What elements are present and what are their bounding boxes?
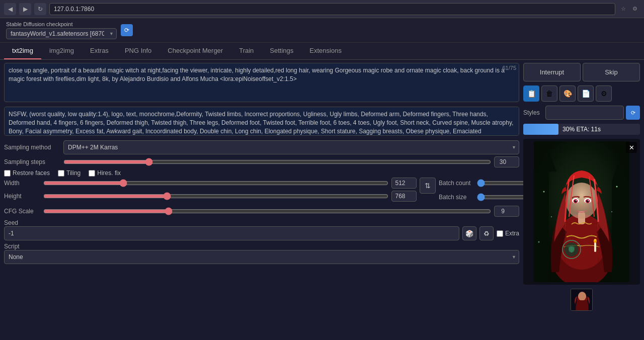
skip-button[interactable]: Skip bbox=[583, 63, 640, 81]
width-input[interactable]: 512 bbox=[391, 178, 417, 189]
svg-point-31 bbox=[578, 292, 586, 301]
checkpoint-select[interactable]: fantasyWorld_v1.safetensors [6870d20fac] bbox=[6, 28, 117, 39]
cfg-scale-label: CFG Scale bbox=[4, 208, 39, 215]
progress-bar-fill bbox=[523, 124, 558, 135]
tabs-bar: txt2img img2img Extras PNG Info Checkpoi… bbox=[0, 43, 644, 60]
bookmark-button[interactable]: ☆ bbox=[618, 4, 628, 14]
dimension-controls: Width 512 Height bbox=[4, 178, 519, 206]
hires-fix-checkbox[interactable] bbox=[89, 170, 95, 177]
batch-count-label: Batch count bbox=[439, 180, 474, 187]
svg-rect-3 bbox=[612, 182, 629, 282]
checkpoint-select-wrapper: fantasyWorld_v1.safetensors [6870d20fac] bbox=[6, 28, 117, 39]
batch-controls: Batch count 1 Batch size 1 bbox=[439, 178, 519, 206]
sampling-steps-slider[interactable] bbox=[63, 158, 491, 166]
svg-point-8 bbox=[551, 216, 552, 217]
script-label: Script bbox=[4, 243, 20, 250]
extensions-button[interactable]: ⚙ bbox=[630, 4, 640, 14]
tiling-checkbox-label[interactable]: Tiling bbox=[58, 169, 80, 177]
tab-png-info[interactable]: PNG Info bbox=[117, 43, 159, 59]
restore-faces-checkbox[interactable] bbox=[4, 170, 11, 177]
sampling-steps-label: Sampling steps bbox=[4, 158, 59, 165]
tab-train[interactable]: Train bbox=[231, 43, 262, 59]
top-bar: Stable Diffusion checkpoint fantasyWorld… bbox=[0, 18, 644, 43]
thumbnail-image[interactable] bbox=[571, 289, 593, 311]
width-label: Width bbox=[4, 180, 39, 187]
styles-refresh-button[interactable]: ⟳ bbox=[626, 106, 640, 120]
seed-extra-checkbox[interactable] bbox=[497, 230, 503, 237]
negative-prompt-input[interactable]: NSFW, (worst quality, low quality:1.4), … bbox=[4, 107, 519, 136]
height-row: Height 768 bbox=[4, 191, 417, 202]
svg-rect-23 bbox=[594, 242, 596, 252]
seed-input[interactable]: -1 bbox=[4, 226, 459, 240]
seed-extra-label[interactable]: Extra bbox=[497, 230, 519, 237]
height-slider-container: 768 bbox=[43, 191, 417, 202]
positive-prompt-input[interactable]: close up angle, portrait of a beautiful … bbox=[4, 63, 519, 102]
thumbnail-row bbox=[523, 289, 640, 311]
checkpoint-refresh-button[interactable]: ⟳ bbox=[121, 24, 133, 36]
sampling-method-select-wrapper: DPM++ 2M Karras bbox=[63, 140, 519, 154]
height-input[interactable]: 768 bbox=[391, 191, 417, 202]
svg-point-20 bbox=[587, 200, 589, 203]
svg-point-28 bbox=[569, 246, 575, 252]
tab-extensions[interactable]: Extensions bbox=[301, 43, 350, 59]
svg-point-25 bbox=[594, 239, 596, 241]
paste-icon-button[interactable]: 📋 bbox=[523, 86, 539, 102]
style-paint-icon-button[interactable]: 🎨 bbox=[559, 86, 576, 102]
address-bar[interactable] bbox=[49, 3, 615, 15]
settings-icon-button[interactable]: ⚙ bbox=[596, 86, 612, 102]
checkboxes-row: Restore faces Tiling Hires. fix bbox=[4, 169, 519, 177]
swap-dimensions-button[interactable]: ⇅ bbox=[420, 178, 436, 194]
tab-img2img[interactable]: img2img bbox=[41, 43, 82, 59]
positive-prompt-wrapper: 61/75 close up angle, portrait of a beau… bbox=[4, 63, 519, 104]
sampling-steps-row: Sampling steps 30 bbox=[4, 156, 519, 167]
cfg-scale-row: CFG Scale 9 bbox=[4, 206, 519, 217]
styles-label: Styles bbox=[523, 109, 543, 116]
sampling-method-label: Sampling method bbox=[4, 144, 59, 151]
copy-icon-button[interactable]: 📄 bbox=[578, 86, 594, 102]
styles-select[interactable] bbox=[545, 106, 624, 120]
height-label: Height bbox=[4, 193, 39, 200]
script-select-wrapper: None bbox=[4, 250, 519, 264]
script-select[interactable]: None bbox=[4, 250, 519, 264]
refresh-button[interactable]: ↻ bbox=[34, 3, 46, 15]
trash-icon-button[interactable]: 🗑 bbox=[541, 86, 557, 102]
seed-row: -1 🎲 ♻ Extra bbox=[4, 226, 519, 240]
width-slider-container: 512 bbox=[43, 178, 417, 189]
styles-row: Styles ⟳ bbox=[523, 106, 640, 120]
close-image-button[interactable]: ✕ bbox=[626, 142, 637, 153]
tiling-checkbox[interactable] bbox=[58, 170, 64, 177]
tab-extras[interactable]: Extras bbox=[82, 43, 117, 59]
left-controls: Sampling method DPM++ 2M Karras Sampling… bbox=[4, 140, 519, 264]
progress-bar-container: 30% ETA: 11s bbox=[523, 124, 640, 135]
image-display: ✕ bbox=[523, 139, 640, 285]
seed-recycle-button[interactable]: ♻ bbox=[479, 226, 494, 240]
width-slider[interactable] bbox=[43, 179, 388, 187]
browser-chrome: ◀ ▶ ↻ ☆ ⚙ bbox=[0, 0, 644, 18]
controls-section: Sampling method DPM++ 2M Karras Sampling… bbox=[4, 140, 519, 264]
sampling-method-select[interactable]: DPM++ 2M Karras bbox=[63, 140, 519, 154]
height-slider[interactable] bbox=[43, 192, 388, 200]
app: Stable Diffusion checkpoint fantasyWorld… bbox=[0, 18, 644, 340]
seed-dice-button[interactable]: 🎲 bbox=[462, 226, 476, 240]
tab-settings[interactable]: Settings bbox=[262, 43, 301, 59]
svg-point-10 bbox=[538, 241, 540, 243]
back-button[interactable]: ◀ bbox=[4, 3, 16, 15]
cfg-scale-input[interactable]: 9 bbox=[494, 206, 519, 217]
svg-point-22 bbox=[588, 200, 589, 201]
interrupt-button[interactable]: Interrupt bbox=[523, 63, 581, 81]
seed-section: Seed -1 🎲 ♻ Extra bbox=[4, 219, 519, 240]
cfg-scale-slider-container: 9 bbox=[43, 206, 519, 217]
tab-txt2img[interactable]: txt2img bbox=[4, 43, 41, 59]
cfg-scale-slider[interactable] bbox=[43, 207, 491, 215]
batch-count-row: Batch count 1 bbox=[439, 178, 519, 189]
left-panel: 61/75 close up angle, portrait of a beau… bbox=[4, 63, 519, 340]
svg-point-19 bbox=[575, 200, 577, 203]
sampling-method-row: Sampling method DPM++ 2M Karras bbox=[4, 140, 519, 154]
sampling-steps-input[interactable]: 30 bbox=[494, 156, 519, 167]
forward-button[interactable]: ▶ bbox=[19, 3, 31, 15]
negative-prompt-wrapper: NSFW, (worst quality, low quality:1.4), … bbox=[4, 107, 519, 137]
tab-checkpoint-merger[interactable]: Checkpoint Merger bbox=[159, 43, 231, 59]
token-count: 61/75 bbox=[502, 65, 516, 71]
hires-fix-checkbox-label[interactable]: Hires. fix bbox=[89, 169, 121, 177]
restore-faces-checkbox-label[interactable]: Restore faces bbox=[4, 169, 50, 177]
